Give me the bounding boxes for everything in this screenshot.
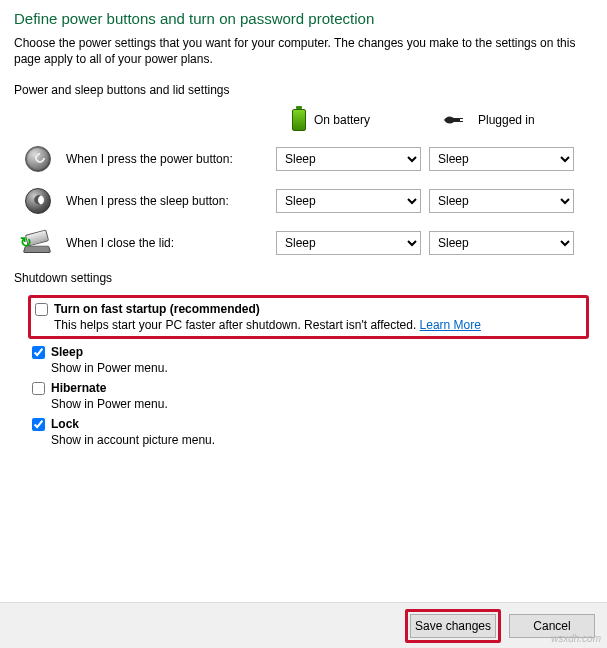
- power-battery-select[interactable]: Sleep: [276, 147, 421, 171]
- power-button-row: When I press the power button: Sleep Sle…: [14, 145, 593, 173]
- save-changes-button[interactable]: Save changes: [410, 614, 496, 638]
- sleep-label-text: Sleep: [51, 345, 83, 359]
- lid-plugged-select[interactable]: Sleep: [429, 231, 574, 255]
- fast-startup-checkbox[interactable]: [35, 303, 48, 316]
- battery-icon: [292, 109, 306, 131]
- column-headers: On battery Plugged in: [14, 109, 593, 131]
- sleep-plugged-select[interactable]: Sleep: [429, 189, 574, 213]
- shutdown-settings-header: Shutdown settings: [14, 271, 593, 285]
- save-button-highlight: Save changes: [405, 609, 501, 643]
- sleep-button-row: When I press the sleep button: Sleep Sle…: [14, 187, 593, 215]
- watermark: wsxdh.com: [551, 633, 601, 644]
- lid-icon: ↻: [24, 229, 52, 257]
- lid-label: When I close the lid:: [66, 236, 276, 250]
- plugged-column-header: Plugged in: [442, 112, 582, 128]
- sleep-checkbox[interactable]: [32, 346, 45, 359]
- footer-bar: Save changes Cancel: [0, 602, 607, 648]
- learn-more-link[interactable]: Learn More: [420, 318, 481, 332]
- hibernate-desc: Show in Power menu.: [51, 397, 593, 411]
- lock-label-text: Lock: [51, 417, 79, 431]
- hibernate-checkbox[interactable]: [32, 382, 45, 395]
- plug-icon: [442, 112, 470, 128]
- lock-checkbox-label[interactable]: Lock: [32, 417, 593, 431]
- sleep-button-label: When I press the sleep button:: [66, 194, 276, 208]
- hibernate-label-text: Hibernate: [51, 381, 106, 395]
- sleep-desc: Show in Power menu.: [51, 361, 593, 375]
- lid-row: ↻ When I close the lid: Sleep Sleep: [14, 229, 593, 257]
- sleep-checkbox-label[interactable]: Sleep: [32, 345, 593, 359]
- power-plugged-select[interactable]: Sleep: [429, 147, 574, 171]
- fast-startup-label-text: Turn on fast startup (recommended): [54, 302, 260, 316]
- sleep-battery-select[interactable]: Sleep: [276, 189, 421, 213]
- power-button-icon: [24, 145, 52, 173]
- hibernate-checkbox-label[interactable]: Hibernate: [32, 381, 593, 395]
- lid-battery-select[interactable]: Sleep: [276, 231, 421, 255]
- page-subtitle: Choose the power settings that you want …: [14, 35, 593, 67]
- plugged-column-label: Plugged in: [478, 113, 535, 127]
- fast-startup-highlight: Turn on fast startup (recommended) This …: [28, 295, 589, 339]
- battery-column-label: On battery: [314, 113, 370, 127]
- page-title: Define power buttons and turn on passwor…: [14, 10, 593, 27]
- lock-desc: Show in account picture menu.: [51, 433, 593, 447]
- fast-startup-checkbox-label[interactable]: Turn on fast startup (recommended): [35, 302, 582, 316]
- power-button-label: When I press the power button:: [66, 152, 276, 166]
- fast-startup-desc: This helps start your PC faster after sh…: [54, 318, 582, 332]
- lock-checkbox[interactable]: [32, 418, 45, 431]
- battery-column-header: On battery: [292, 109, 442, 131]
- svg-rect-0: [460, 118, 463, 119]
- svg-rect-1: [460, 121, 463, 122]
- sleep-button-icon: [24, 187, 52, 215]
- section-header-power-buttons: Power and sleep buttons and lid settings: [14, 83, 593, 97]
